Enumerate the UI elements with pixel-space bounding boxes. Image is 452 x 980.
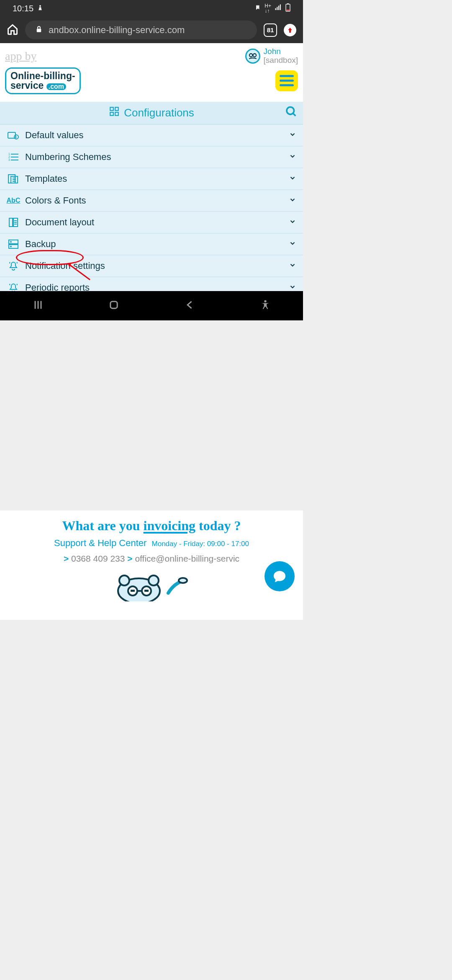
svg-point-55 (265, 300, 267, 302)
app-logo[interactable]: Online-billing- service .com (5, 67, 81, 94)
svg-text:1: 1 (15, 135, 18, 139)
svg-rect-7 (287, 10, 290, 11)
svg-point-15 (287, 107, 294, 115)
child-mode-icon (37, 4, 44, 13)
svg-rect-8 (37, 28, 41, 32)
app-header: app by John [sandbox] Online-billing- se… (0, 43, 303, 102)
svg-rect-30 (9, 218, 13, 227)
svg-rect-49 (144, 590, 149, 592)
svg-point-9 (249, 54, 252, 57)
main-menu-button[interactable] (275, 70, 298, 91)
app-by-label: app by (5, 49, 36, 63)
default-values-icon: 1 (7, 129, 20, 141)
support-link[interactable]: Support & Help Center (54, 538, 146, 548)
svg-rect-6 (287, 3, 289, 4)
browser-toolbar: andbox.online-billing-service.com 81 (0, 17, 303, 43)
page-title: Configurations (124, 106, 194, 119)
chevron-down-icon (289, 173, 296, 184)
support-hours: Monday - Friday: 09:00 - 17:00 (152, 540, 249, 548)
bell-icon (7, 260, 20, 272)
numbered-list-icon: 123 (7, 151, 20, 163)
settings-grid-icon (109, 106, 120, 120)
svg-point-43 (119, 575, 129, 585)
mascot-bear-icon (7, 568, 296, 603)
chevron-down-icon (289, 260, 296, 271)
logo-domain: .com (46, 83, 66, 90)
android-navigation-bar (0, 291, 303, 320)
svg-rect-2 (277, 7, 277, 10)
svg-text:3: 3 (8, 158, 10, 161)
svg-point-10 (253, 54, 256, 57)
svg-rect-14 (115, 112, 118, 116)
svg-text:1: 1 (8, 152, 10, 155)
config-item-label: Notification settings (25, 260, 105, 271)
config-item-colors-fonts[interactable]: AbC Colors & Fonts (0, 190, 303, 211)
svg-rect-3 (278, 5, 279, 10)
config-item-label: Numbering Schemes (25, 152, 111, 162)
config-item-label: Colors & Fonts (25, 195, 86, 206)
support-phone[interactable]: 0368 409 233 (71, 554, 125, 563)
chevron-down-icon (289, 195, 296, 206)
config-item-numbering-schemes[interactable]: 123 Numbering Schemes (0, 146, 303, 168)
chat-widget-button[interactable] (265, 561, 295, 591)
svg-point-37 (10, 241, 11, 242)
svg-rect-1 (275, 8, 276, 10)
accessibility-button[interactable] (260, 299, 271, 312)
support-email[interactable]: office@online-billing-servic (135, 554, 239, 563)
chevron-down-icon (289, 217, 296, 228)
page-footer: What are you invoicing today ? Support &… (0, 511, 303, 620)
svg-rect-4 (280, 4, 281, 10)
tabs-count: 81 (267, 26, 274, 34)
recents-button[interactable] (32, 299, 44, 312)
config-item-label: Backup (25, 239, 56, 250)
svg-point-38 (10, 246, 11, 247)
lock-icon (35, 25, 43, 36)
config-item-default-values[interactable]: 1 Default values (0, 124, 303, 146)
user-environment: [sandbox] (264, 56, 298, 65)
user-menu[interactable]: John [sandbox] (245, 47, 298, 65)
back-button[interactable] (184, 299, 196, 312)
svg-point-0 (39, 5, 41, 7)
svg-rect-48 (131, 590, 135, 592)
android-status-bar: 10:15 H+↓↑ (0, 0, 303, 17)
signal-icon (275, 4, 282, 13)
battery-icon (285, 3, 290, 14)
config-item-label: Templates (25, 173, 67, 184)
footer-tagline: What are you invoicing today ? (7, 518, 296, 534)
config-item-notification-settings[interactable]: Notification settings (0, 255, 303, 277)
url-text: andbox.online-billing-service.com (49, 25, 185, 36)
svg-text:2: 2 (8, 155, 10, 158)
chevron-down-icon (289, 239, 296, 250)
svg-rect-11 (110, 107, 113, 111)
network-hplus-icon: H+↓↑ (265, 3, 271, 13)
vibrate-icon (254, 4, 261, 13)
home-button[interactable] (108, 299, 120, 312)
config-item-templates[interactable]: Templates (0, 168, 303, 190)
backup-icon (7, 238, 20, 250)
search-button[interactable] (285, 105, 297, 121)
avatar (245, 49, 260, 64)
browser-update-button[interactable] (284, 24, 296, 36)
url-bar[interactable]: andbox.online-billing-service.com (25, 21, 257, 39)
status-time: 10:15 (13, 4, 33, 13)
document-layout-icon (7, 217, 20, 228)
config-item-label: Default values (25, 130, 83, 141)
config-item-backup[interactable]: Backup (0, 233, 303, 255)
config-item-label: Document layout (25, 217, 94, 228)
svg-rect-54 (110, 302, 117, 308)
svg-rect-12 (115, 107, 118, 111)
chevron-down-icon (289, 130, 296, 141)
page-title-bar: Configurations (0, 102, 303, 124)
tabs-count-button[interactable]: 81 (264, 23, 277, 37)
colors-fonts-icon: AbC (7, 195, 20, 206)
svg-rect-13 (110, 112, 113, 116)
chevron-down-icon (289, 152, 296, 162)
user-name: John (264, 47, 298, 56)
config-item-document-layout[interactable]: Document layout (0, 211, 303, 233)
browser-home-button[interactable] (7, 23, 18, 37)
svg-point-50 (179, 578, 187, 583)
templates-icon (7, 173, 20, 185)
svg-point-44 (149, 575, 159, 585)
logo-line2: service (10, 80, 44, 91)
